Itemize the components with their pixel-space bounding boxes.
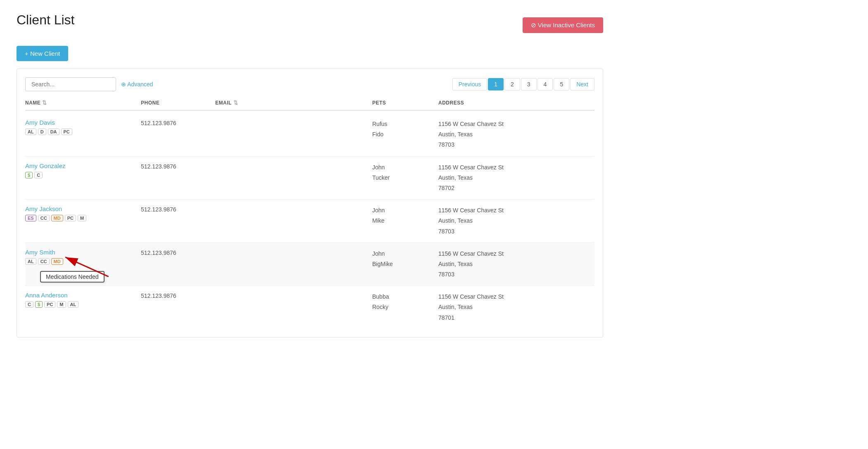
table-row: Amy Gonzalez$C512.123.9876JohnTucker1156… <box>25 157 595 200</box>
badges-container: C$PCMAL <box>25 301 141 308</box>
col-header-pets: PETS <box>372 100 438 106</box>
badge-al[interactable]: AL <box>68 301 79 308</box>
sort-icon-email[interactable]: ⇅ <box>233 100 238 106</box>
new-client-button[interactable]: + New Client <box>17 46 68 61</box>
name-cell: Amy JacksonESCCMDPCM <box>25 205 141 221</box>
phone-cell: 512.123.9876 <box>141 119 215 126</box>
badge-al[interactable]: AL <box>25 128 36 135</box>
page-button-1[interactable]: 1 <box>488 78 504 90</box>
page-button-5[interactable]: 5 <box>554 78 569 90</box>
badge-pc[interactable]: PC <box>44 301 55 308</box>
col-header-email: EMAIL ⇅ <box>215 100 372 106</box>
address-cell: 1156 W Cesar Chavez StAustin, Texas78703 <box>438 205 595 237</box>
table-row: Amy DavisALDDAPC512.123.9876RufusFido115… <box>25 113 595 157</box>
phone-cell: 512.123.9876 <box>141 162 215 170</box>
table-row: Amy SmithALCCMDMedications Needed512.123… <box>25 243 595 286</box>
page-container: Client List ⊘ View Inactive Clients + Ne… <box>0 0 620 350</box>
table-row: Amy JacksonESCCMDPCM512.123.9876JohnMike… <box>25 200 595 243</box>
phone-cell: 512.123.9876 <box>141 249 215 256</box>
badge-m[interactable]: M <box>57 301 66 308</box>
badges-container: ESCCMDPCM <box>25 215 141 221</box>
address-cell: 1156 W Cesar Chavez StAustin, Texas78703 <box>438 119 595 150</box>
badge-pc[interactable]: PC <box>65 215 76 221</box>
table-body: Amy DavisALDDAPC512.123.9876RufusFido115… <box>25 113 595 329</box>
badge-d[interactable]: D <box>38 128 46 135</box>
address-cell: 1156 W Cesar Chavez StAustin, Texas78702 <box>438 162 595 194</box>
badge-c[interactable]: C <box>25 301 33 308</box>
badge-m[interactable]: M <box>78 215 86 221</box>
list-panel: ⊕ Advanced Previous 1 2 3 4 5 Next NAME … <box>17 69 603 337</box>
pets-cell: JohnMike <box>372 205 438 226</box>
table-header: NAME ⇅ PHONE EMAIL ⇅ PETS ADDRESS <box>25 100 595 111</box>
badge-$[interactable]: $ <box>25 172 33 178</box>
next-button[interactable]: Next <box>570 78 595 90</box>
pets-cell: BubbaRocky <box>372 292 438 312</box>
pagination: Previous 1 2 3 4 5 Next <box>452 78 595 90</box>
view-inactive-button[interactable]: ⊘ View Inactive Clients <box>523 17 603 33</box>
client-name-link[interactable]: Amy Smith <box>25 249 141 256</box>
page-title: Client List <box>17 12 75 28</box>
badge-al[interactable]: AL <box>25 258 36 265</box>
badge-$[interactable]: $ <box>35 301 43 308</box>
search-bar: ⊕ Advanced Previous 1 2 3 4 5 Next <box>25 77 595 91</box>
page-button-2[interactable]: 2 <box>504 78 520 90</box>
col-header-name: NAME ⇅ <box>25 100 141 106</box>
badges-container: $C <box>25 172 141 178</box>
col-header-phone: PHONE <box>141 100 215 106</box>
badges-container: ALDDAPC <box>25 128 141 135</box>
pets-cell: JohnBigMike <box>372 249 438 269</box>
search-left: ⊕ Advanced <box>25 77 153 91</box>
col-header-address: ADDRESS <box>438 100 595 106</box>
medications-needed-tooltip: Medications Needed <box>40 271 105 283</box>
advanced-button[interactable]: ⊕ Advanced <box>121 81 153 88</box>
badge-md[interactable]: MD <box>51 258 63 265</box>
badge-es[interactable]: ES <box>25 215 36 221</box>
badge-pc[interactable]: PC <box>61 128 72 135</box>
sort-icon-name[interactable]: ⇅ <box>42 100 47 106</box>
name-cell: Amy SmithALCCMDMedications Needed <box>25 249 141 265</box>
top-bar: Client List ⊘ View Inactive Clients <box>17 12 603 38</box>
badge-cc[interactable]: CC <box>38 215 50 221</box>
search-input[interactable] <box>25 77 116 91</box>
badge-da[interactable]: DA <box>48 128 59 135</box>
phone-cell: 512.123.9876 <box>141 205 215 213</box>
badge-c[interactable]: C <box>34 172 43 178</box>
pets-cell: RufusFido <box>372 119 438 140</box>
previous-button[interactable]: Previous <box>452 78 487 90</box>
client-name-link[interactable]: Amy Gonzalez <box>25 162 141 169</box>
name-cell: Anna AndersonC$PCMAL <box>25 292 141 308</box>
client-name-link[interactable]: Amy Davis <box>25 119 141 126</box>
name-cell: Amy Gonzalez$C <box>25 162 141 178</box>
page-button-4[interactable]: 4 <box>537 78 553 90</box>
table-row: Anna AndersonC$PCMAL512.123.9876BubbaRoc… <box>25 286 595 329</box>
address-cell: 1156 W Cesar Chavez StAustin, Texas78703 <box>438 249 595 280</box>
client-name-link[interactable]: Anna Anderson <box>25 292 141 299</box>
pets-cell: JohnTucker <box>372 162 438 183</box>
page-button-3[interactable]: 3 <box>521 78 537 90</box>
client-name-link[interactable]: Amy Jackson <box>25 205 141 212</box>
badges-container: ALCCMD <box>25 258 141 265</box>
phone-cell: 512.123.9876 <box>141 292 215 299</box>
badge-md[interactable]: MD <box>51 215 63 221</box>
badge-cc[interactable]: CC <box>38 258 50 265</box>
address-cell: 1156 W Cesar Chavez StAustin, Texas78701 <box>438 292 595 323</box>
name-cell: Amy DavisALDDAPC <box>25 119 141 135</box>
